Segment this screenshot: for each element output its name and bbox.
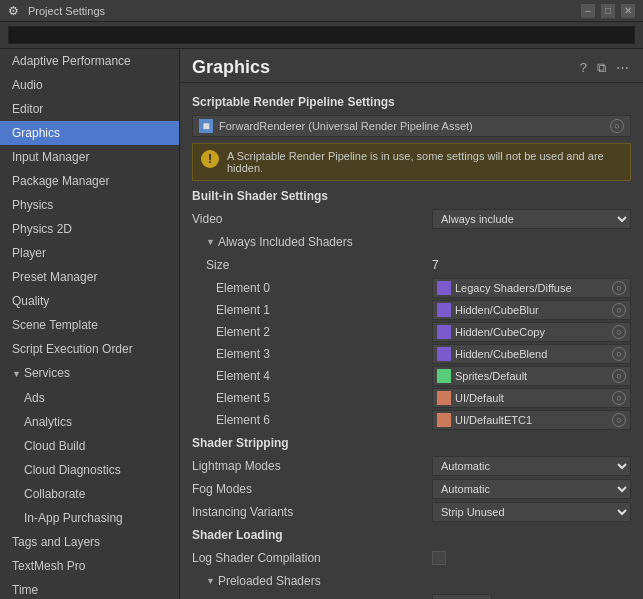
element-3-circle-btn[interactable]: ○ (612, 347, 626, 361)
element-3-icon (437, 347, 451, 361)
sidebar-item-services[interactable]: ▼Services (0, 361, 179, 386)
lightmap-modes-row: Lightmap Modes Automatic (192, 456, 631, 476)
ais-size-row: Size 7 (192, 255, 631, 275)
sidebar-item-physics[interactable]: Physics (0, 193, 179, 217)
element-6-circle-btn[interactable]: ○ (612, 413, 626, 427)
sidebar-item-physics-2d[interactable]: Physics 2D (0, 217, 179, 241)
always-included-shaders-label[interactable]: ▼ Always Included Shaders (192, 235, 432, 249)
log-shader-compilation-checkbox[interactable] (432, 551, 446, 565)
sidebar-item-in-app-purchasing[interactable]: In-App Purchasing (0, 506, 179, 530)
project-icon: ⚙ (8, 4, 22, 18)
sidebar-item-package-manager[interactable]: Package Manager (0, 169, 179, 193)
element-4-circle-btn[interactable]: ○ (612, 369, 626, 383)
page-title: Graphics (192, 57, 270, 78)
element-1-text: Hidden/CubeBlur (455, 304, 612, 316)
ais-size-label: Size (192, 258, 432, 272)
video-select[interactable]: Always include (432, 209, 631, 229)
sidebar-item-ads[interactable]: Ads (0, 386, 179, 410)
element-4-text: Sprites/Default (455, 370, 612, 382)
element-1-value: Hidden/CubeBlur ○ (432, 300, 631, 320)
sidebar-item-tags-and-layers[interactable]: Tags and Layers (0, 530, 179, 554)
sidebar-item-cloud-build[interactable]: Cloud Build (0, 434, 179, 458)
instancing-variants-row: Instancing Variants Strip Unused (192, 502, 631, 522)
content-area: Graphics ? ⧉ ⋯ Scriptable Render Pipelin… (180, 49, 643, 599)
fog-modes-select[interactable]: Automatic (432, 479, 631, 499)
element-6-row: Element 6 UI/DefaultETC1 ○ (192, 410, 631, 430)
fog-modes-row: Fog Modes Automatic (192, 479, 631, 499)
preloaded-shaders-row: ▼ Preloaded Shaders (192, 571, 631, 591)
element-5-icon (437, 391, 451, 405)
sidebar-item-quality[interactable]: Quality (0, 289, 179, 313)
element-1-label: Element 1 (192, 303, 432, 317)
element-2-label: Element 2 (192, 325, 432, 339)
srp-asset-icon: ■ (199, 119, 213, 133)
content-header: Graphics ? ⧉ ⋯ (180, 49, 643, 83)
element-4-icon (437, 369, 451, 383)
sidebar-item-script-execution-order[interactable]: Script Execution Order (0, 337, 179, 361)
element-0-icon (437, 281, 451, 295)
sidebar: Adaptive Performance Audio Editor Graphi… (0, 49, 180, 599)
sidebar-item-cloud-diagnostics[interactable]: Cloud Diagnostics (0, 458, 179, 482)
close-button[interactable]: ✕ (621, 4, 635, 18)
sidebar-item-adaptive-performance[interactable]: Adaptive Performance (0, 49, 179, 73)
settings-sliders-icon[interactable]: ⧉ (595, 58, 608, 78)
search-bar (0, 22, 643, 49)
maximize-button[interactable]: □ (601, 4, 615, 18)
sidebar-item-player[interactable]: Player (0, 241, 179, 265)
sidebar-item-audio[interactable]: Audio (0, 73, 179, 97)
srp-asset-circle-btn[interactable]: ○ (610, 119, 624, 133)
sidebar-item-scene-template[interactable]: Scene Template (0, 313, 179, 337)
srp-asset-row: ■ ForwardRenderer (Universal Render Pipe… (192, 115, 631, 137)
element-6-icon (437, 413, 451, 427)
element-5-circle-btn[interactable]: ○ (612, 391, 626, 405)
instancing-variants-select[interactable]: Strip Unused (432, 502, 631, 522)
sidebar-item-time[interactable]: Time (0, 578, 179, 599)
element-4-value: Sprites/Default ○ (432, 366, 631, 386)
preloaded-shaders-label[interactable]: ▼ Preloaded Shaders (192, 574, 432, 588)
element-1-circle-btn[interactable]: ○ (612, 303, 626, 317)
element-3-text: Hidden/CubeBlend (455, 348, 612, 360)
element-6-label: Element 6 (192, 413, 432, 427)
more-options-icon[interactable]: ⋯ (614, 58, 631, 78)
title-bar-controls: – □ ✕ (581, 4, 635, 18)
element-3-value: Hidden/CubeBlend ○ (432, 344, 631, 364)
srp-section-title: Scriptable Render Pipeline Settings (192, 95, 631, 109)
element-0-row: Element 0 Legacy Shaders/Diffuse ○ (192, 278, 631, 298)
minimize-button[interactable]: – (581, 4, 595, 18)
element-5-value: UI/Default ○ (432, 388, 631, 408)
element-5-label: Element 5 (192, 391, 432, 405)
element-2-icon (437, 325, 451, 339)
sidebar-item-preset-manager[interactable]: Preset Manager (0, 265, 179, 289)
title-bar: ⚙ Project Settings – □ ✕ (0, 0, 643, 22)
search-input[interactable] (8, 26, 635, 44)
always-included-shaders-row: ▼ Always Included Shaders (192, 232, 631, 252)
element-0-circle-btn[interactable]: ○ (612, 281, 626, 295)
ais-size-value: 7 (432, 258, 631, 272)
element-2-circle-btn[interactable]: ○ (612, 325, 626, 339)
video-label: Video (192, 212, 432, 226)
help-icon[interactable]: ? (578, 58, 589, 78)
sidebar-item-collaborate[interactable]: Collaborate (0, 482, 179, 506)
sidebar-item-graphics[interactable]: Graphics (0, 121, 179, 145)
element-3-row: Element 3 Hidden/CubeBlend ○ (192, 344, 631, 364)
sidebar-item-editor[interactable]: Editor (0, 97, 179, 121)
srp-asset-name: ForwardRenderer (Universal Render Pipeli… (219, 120, 610, 132)
element-5-row: Element 5 UI/Default ○ (192, 388, 631, 408)
warning-icon: ! (201, 150, 219, 168)
element-4-row: Element 4 Sprites/Default ○ (192, 366, 631, 386)
lightmap-modes-select[interactable]: Automatic (432, 456, 631, 476)
ps-size-input[interactable] (432, 594, 492, 599)
video-field-row: Video Always include (192, 209, 631, 229)
element-4-label: Element 4 (192, 369, 432, 383)
log-shader-compilation-label: Log Shader Compilation (192, 551, 432, 565)
shader-loading-section-title: Shader Loading (192, 528, 631, 542)
sidebar-item-textmesh-pro[interactable]: TextMesh Pro (0, 554, 179, 578)
sidebar-item-analytics[interactable]: Analytics (0, 410, 179, 434)
element-1-row: Element 1 Hidden/CubeBlur ○ (192, 300, 631, 320)
element-2-value: Hidden/CubeCopy ○ (432, 322, 631, 342)
lightmap-modes-label: Lightmap Modes (192, 459, 432, 473)
ais-triangle: ▼ (206, 237, 215, 247)
element-0-value: Legacy Shaders/Diffuse ○ (432, 278, 631, 298)
ps-size-row: Size (192, 594, 631, 599)
sidebar-item-input-manager[interactable]: Input Manager (0, 145, 179, 169)
